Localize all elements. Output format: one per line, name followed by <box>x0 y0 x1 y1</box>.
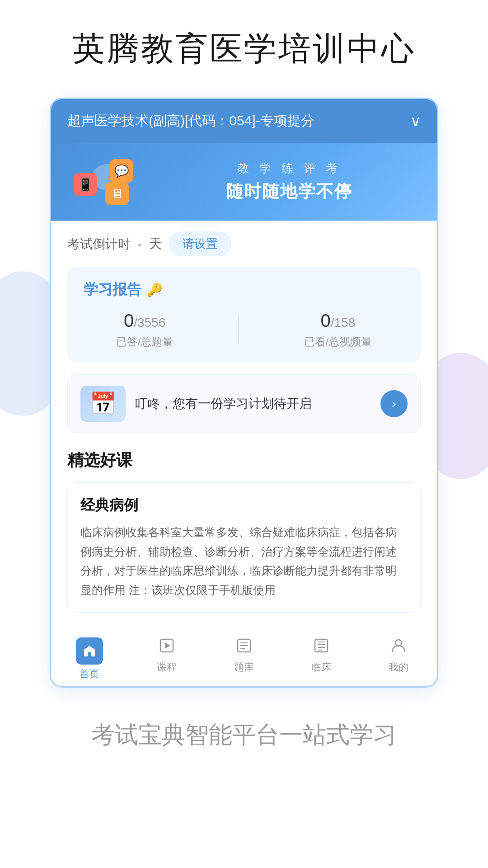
banner-icons-group: 📱 💬 🖥 <box>69 159 160 204</box>
watched-stat: 0/158 已看/总视频量 <box>304 311 372 349</box>
app-mockup: 超声医学技术(副高)[代码：054]-专项提分 ∨ 📱 💬 🖥 教 学 练 评 … <box>50 98 438 688</box>
set-countdown-button[interactable]: 请设置 <box>169 231 231 256</box>
plan-arrow-button[interactable]: › <box>380 390 408 417</box>
banner-text: 教 学 练 评 考 随时随地学不停 <box>160 160 419 203</box>
svg-marker-1 <box>165 642 170 649</box>
stat-divider <box>238 316 239 344</box>
answered-value: 0/3556 <box>116 311 174 331</box>
nav-label-home: 首页 <box>80 667 99 681</box>
bottom-navigation: 首页 课程 <box>51 629 437 686</box>
hero-banner: 📱 💬 🖥 教 学 练 评 考 随时随地学不停 <box>51 143 437 221</box>
countdown-unit: 天 <box>149 236 162 253</box>
page-title: 英腾教育医学培训中心 <box>72 27 416 71</box>
clinical-icon <box>313 637 329 658</box>
nav-label-clinical: 临床 <box>311 660 331 674</box>
nav-item-clinical[interactable]: 临床 <box>282 637 360 681</box>
study-plan-card[interactable]: 叮咚，您有一份学习计划待开启 › <box>67 374 421 433</box>
nav-label-questions: 题库 <box>234 660 254 674</box>
answered-stat: 0/3556 已答/总题量 <box>116 311 174 349</box>
courses-icon <box>159 637 175 658</box>
study-report-title: 学习报告 🔑 <box>84 280 404 300</box>
nav-label-mine: 我的 <box>389 660 408 674</box>
answered-label: 已答/总题量 <box>116 335 174 349</box>
watched-value: 0/158 <box>304 311 372 331</box>
nav-label-courses: 课程 <box>157 660 177 674</box>
banner-icon-chat: 💬 <box>110 159 133 183</box>
course-card-description: 临床病例收集各科室大量常多发、综合疑难临床病症，包括各病例病史分析、辅助检查、诊… <box>80 523 408 599</box>
plan-calendar-icon <box>80 386 126 422</box>
course-card[interactable]: 经典病例 临床病例收集各科室大量常多发、综合疑难临床病症，包括各病例病史分析、辅… <box>67 482 421 613</box>
course-title-header: 超声医学技术(副高)[代码：054]-专项提分 <box>67 112 410 130</box>
nav-item-mine[interactable]: 我的 <box>360 637 437 681</box>
content-area: 学习报告 🔑 0/3556 已答/总题量 0/158 <box>51 267 437 629</box>
plan-text: 叮咚，您有一份学习计划待开启 <box>135 395 371 412</box>
study-report-icon: 🔑 <box>147 283 163 297</box>
course-card-title: 经典病例 <box>80 495 408 515</box>
page-subtitle: 考试宝典智能平台一站式学习 <box>91 719 397 751</box>
stats-row: 0/3556 已答/总题量 0/158 已看/总视频量 <box>84 311 404 349</box>
banner-subtitle: 教 学 练 评 考 <box>160 160 419 176</box>
nav-item-home[interactable]: 首页 <box>51 637 128 681</box>
watched-label: 已看/总视频量 <box>304 335 372 349</box>
banner-icon-tablet: 📱 <box>74 173 97 196</box>
study-report-section: 学习报告 🔑 0/3556 已答/总题量 0/158 <box>67 267 421 362</box>
banner-title: 随时随地学不停 <box>160 180 419 203</box>
countdown-bar: 考试倒计时 - 天 请设置 <box>51 221 437 267</box>
countdown-separator: - <box>138 237 142 251</box>
banner-icon-monitor: 🖥 <box>105 182 129 205</box>
mine-icon <box>390 637 407 658</box>
countdown-label: 考试倒计时 <box>67 236 131 253</box>
header-chevron-icon: ∨ <box>410 113 421 130</box>
nav-item-questions[interactable]: 题库 <box>206 637 283 681</box>
featured-courses-title: 精选好课 <box>67 449 421 472</box>
home-icon <box>76 637 103 665</box>
app-header-bar[interactable]: 超声医学技术(副高)[代码：054]-专项提分 ∨ <box>51 99 437 143</box>
questions-icon <box>236 637 252 658</box>
nav-item-courses[interactable]: 课程 <box>128 637 206 681</box>
